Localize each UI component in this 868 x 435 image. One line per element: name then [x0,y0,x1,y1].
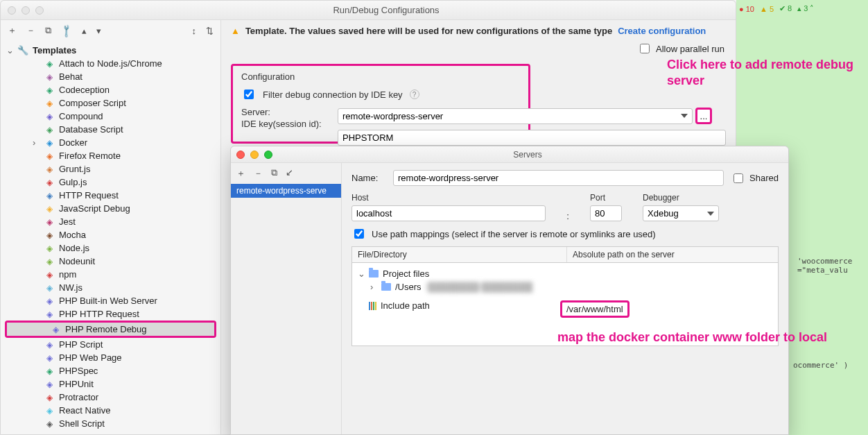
filter-idekey-checkbox[interactable] [244,89,254,99]
server-name-input[interactable] [393,170,724,186]
config-type-icon: ◈ [44,190,55,201]
template-item[interactable]: ◈Attach to Node.js/Chrome [1,57,220,70]
template-item[interactable]: ◈HTTP Request [1,189,220,202]
template-item[interactable]: ◈PHPUnit [1,377,220,391]
template-item-label: Protractor [59,392,98,402]
template-item[interactable]: ◈Protractor [1,391,220,404]
config-type-icon: ◈ [44,164,55,175]
users-path-label: /Users [395,282,422,292]
name-label: Name: [351,173,386,183]
template-item[interactable]: ◈npm [1,268,220,281]
minimize-icon[interactable] [250,151,259,159]
template-tree[interactable]: ⌄🔧 Templates◈Attach to Node.js/Chrome◈Be… [1,41,220,434]
traffic-lights[interactable] [8,6,44,15]
debugger-select[interactable]: Xdebug [643,205,719,221]
info-badge: ▴ 3 ˄ [797,4,814,13]
close-dot-icon[interactable] [8,6,16,15]
template-item[interactable]: ◈Composer Script [1,96,220,110]
chevron-right-icon[interactable]: › [370,282,377,292]
servers-list[interactable]: remote-wordpress-serve [231,184,341,434]
copy-icon[interactable]: ⧉ [45,25,51,36]
template-item[interactable]: ◈Codeception [1,83,220,96]
ide-key-input[interactable] [338,130,726,146]
collapse-all-icon[interactable]: ⇅ [206,26,214,36]
remove-server-icon[interactable]: － [254,167,263,180]
bg-code-fragment-1: 'woocommerce ="meta_valu [797,257,852,275]
filter-idekey-label: Filter debug connection by IDE key [263,89,403,100]
users-path-row[interactable]: › /Users /████████/████████ [358,280,772,293]
server-select[interactable]: remote-wordpress-server [338,108,693,124]
shared-checkbox[interactable] [734,173,743,183]
close-icon[interactable] [236,151,245,159]
config-type-icon: ◈ [44,177,55,188]
template-item[interactable]: ◈JavaScript Debug [1,202,220,215]
config-type-icon: ◈ [44,405,55,416]
servers-dialog: Servers ＋ － ⧉ ↙ remote-wordpress-serve N… [230,146,789,435]
mappings-table-header: File/Directory Absolute path on the serv… [351,246,779,263]
templates-root[interactable]: ⌄🔧 Templates [1,44,220,57]
template-item[interactable]: ◈PHP HTTP Request [1,307,220,321]
template-item[interactable]: ◈Compound [1,110,220,123]
remove-icon[interactable]: － [26,24,35,37]
absolute-path-value[interactable]: /var/www/html [560,300,630,318]
template-item-label: PHP HTTP Request [59,309,139,319]
add-server-icon[interactable]: ＋ [236,167,245,180]
template-item[interactable]: ◈PHP Remote Debug [7,323,214,336]
add-icon[interactable]: ＋ [8,24,17,37]
move-down-icon[interactable]: ▾ [96,26,101,36]
servers-title: Servers [272,150,783,160]
template-item[interactable]: ◈PHP Web Page [1,351,220,364]
server-list-item[interactable]: remote-wordpress-serve [231,184,341,198]
template-item[interactable]: ◈Shell Script [1,417,220,430]
port-label: Port [590,193,625,203]
bg-code-fragment-2: ocommerce' ) [793,361,848,370]
template-item[interactable]: ◈Node.js [1,241,220,255]
template-item-label: PHPUnit [59,379,94,389]
template-item[interactable]: ◈Firefox Remote [1,149,220,162]
chevron-down-icon[interactable]: ⌄ [358,268,365,279]
server-label: Server: [241,107,337,117]
host-port-colon: : [566,211,569,221]
help-icon[interactable]: ? [410,89,419,99]
template-item-label: PHPSpec [59,366,98,376]
allow-parallel-checkbox[interactable] [640,44,650,53]
zoom-dot-icon[interactable] [35,6,44,15]
create-configuration-link[interactable]: Create configuration [618,26,706,36]
template-item[interactable]: ◈Grunt.js [1,162,220,176]
template-item-label: NW.js [59,282,83,293]
use-path-mappings-checkbox[interactable] [354,229,364,239]
expand-all-icon[interactable]: ↕ [192,26,197,36]
zoom-icon[interactable] [264,151,272,159]
error-badge: ● 10 [739,5,754,13]
template-item[interactable]: ◈PHP Script [1,338,220,351]
template-item[interactable]: ◈PHP Built-in Web Server [1,294,220,307]
chevron-right-icon[interactable]: › [33,137,40,148]
config-type-icon: ◈ [44,418,55,429]
port-input[interactable] [590,205,622,221]
minimize-dot-icon[interactable] [21,6,30,15]
template-banner-text: Template. The values saved here will be … [245,26,612,36]
wrench-icon[interactable]: 🔧 [59,23,74,38]
move-up-icon[interactable]: ▴ [82,26,87,36]
template-item-label: Gulp.js [59,177,87,187]
project-files-row[interactable]: ⌄ Project files [358,267,772,280]
include-path-icon [369,302,376,310]
template-item[interactable]: ◈Mocha [1,228,220,241]
template-item[interactable]: ◈NW.js [1,281,220,294]
template-item[interactable]: ›◈Docker [1,136,220,149]
annotation-map-folder: map the docker container www folder to l… [557,330,856,346]
server-browse-button[interactable]: ... [695,108,712,124]
template-item[interactable]: ◈Nodeunit [1,255,220,268]
import-icon[interactable]: ↙ [286,167,293,180]
template-item[interactable]: ◈Behat [1,70,220,83]
template-item[interactable]: ◈React Native [1,404,220,417]
copy-server-icon[interactable]: ⧉ [271,167,277,180]
host-input[interactable] [351,205,546,221]
chevron-down-icon[interactable]: ⌄ [6,45,13,56]
template-item[interactable]: ◈Jest [1,215,220,228]
template-item[interactable]: ◈Database Script [1,123,220,136]
template-item-label: HTTP Request [59,190,119,201]
template-item[interactable]: ◈PHPSpec [1,364,220,377]
template-item[interactable]: ◈Gulp.js [1,176,220,189]
config-type-icon: ◈ [44,392,55,403]
